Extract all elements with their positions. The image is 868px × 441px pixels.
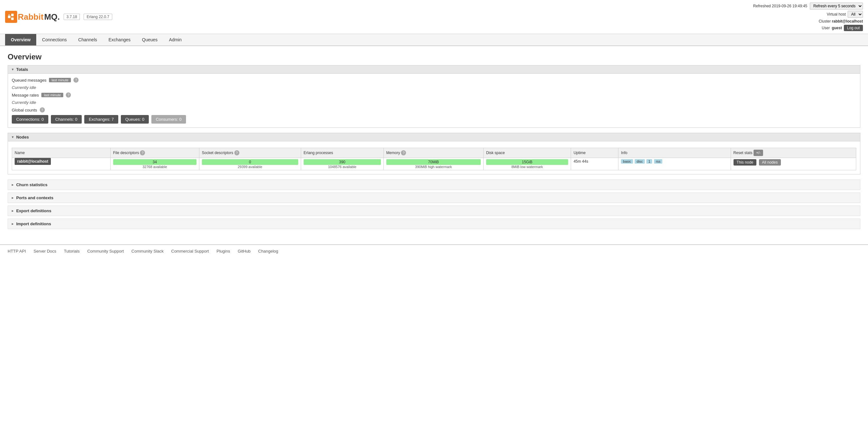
nav-channels[interactable]: Channels (72, 34, 103, 45)
nav-admin[interactable]: Admin (163, 34, 188, 45)
refreshed-text: Refreshed 2019-09-26 19:49:45 (753, 4, 807, 8)
logout-button[interactable]: Log out (844, 25, 863, 31)
svg-rect-1 (11, 14, 14, 16)
col-info: Info (618, 148, 731, 158)
cluster-label: Cluster (819, 19, 831, 24)
nodes-label: Nodes (16, 135, 29, 139)
refresh-row: Refreshed 2019-09-26 19:49:45 Refresh ev… (753, 3, 863, 9)
ports-contexts-header[interactable]: ► Ports and contexts (8, 193, 860, 203)
col-disk-space: Disk space (483, 148, 571, 158)
table-row: rabbit@localhost 34 32768 available 0 29… (12, 158, 856, 170)
footer-github[interactable]: GitHub (238, 249, 251, 253)
message-rates-help-icon[interactable]: ? (66, 93, 71, 98)
footer-commercial-support[interactable]: Commercial Support (172, 249, 209, 253)
logo-icon (5, 11, 17, 23)
consumers-count-btn[interactable]: Consumers: 0 (151, 115, 186, 124)
export-definitions-label: Export definitions (16, 208, 52, 213)
export-definitions-arrow: ► (11, 209, 14, 212)
queued-idle: Currently idle (12, 85, 856, 90)
erlang-proc-cell: 390 1048576 available (301, 158, 383, 170)
tag-basic[interactable]: basic (621, 159, 633, 164)
tag-disc[interactable]: disc (634, 159, 645, 164)
ports-contexts-arrow: ► (11, 196, 14, 200)
import-definitions-section: ► Import definitions (8, 218, 860, 229)
footer-community-slack[interactable]: Community Slack (131, 249, 163, 253)
footer-http-api[interactable]: HTTP API (8, 249, 26, 253)
reset-stats-cell: This node All nodes (731, 158, 856, 170)
erlang-proc-avail: 1048576 available (304, 165, 381, 169)
logo-area: RabbitMQ. 3.7.18 Erlang 22.0.7 (5, 11, 753, 23)
connections-count-btn[interactable]: Connections: 0 (12, 115, 48, 124)
footer-server-docs[interactable]: Server Docs (34, 249, 57, 253)
nav-connections[interactable]: Connections (36, 34, 72, 45)
logo: RabbitMQ. (5, 11, 60, 23)
nodes-table-header-row: Name File descriptors ? Socket descripto… (12, 148, 856, 158)
footer-tutorials[interactable]: Tutorials (64, 249, 80, 253)
exchanges-count-btn[interactable]: Exchanges: 7 (84, 115, 118, 124)
queued-help-icon[interactable]: ? (73, 77, 79, 82)
nav-queues[interactable]: Queues (136, 34, 163, 45)
socket-desc-avail: 29399 available (202, 165, 298, 169)
tag-num[interactable]: 1 (646, 159, 652, 164)
nodes-table: Name File descriptors ? Socket descripto… (12, 148, 856, 170)
nodes-section: ▼ Nodes Name File descriptors ? Socket d… (8, 133, 860, 174)
version-badge: 3.7.18 (64, 14, 80, 20)
import-definitions-arrow: ► (11, 222, 14, 226)
nodes-header[interactable]: ▼ Nodes (8, 133, 860, 141)
global-counts-help-icon[interactable]: ? (40, 107, 45, 112)
main-nav: Overview Connections Channels Exchanges … (0, 34, 868, 46)
memory-help-icon[interactable]: ? (401, 150, 406, 156)
cluster-row: Cluster rabbit@localhost (819, 19, 863, 24)
churn-statistics-label: Churn statistics (16, 182, 48, 187)
churn-statistics-header[interactable]: ► Churn statistics (8, 179, 860, 190)
node-name-cell: rabbit@localhost (12, 158, 111, 170)
tag-rss[interactable]: rss (654, 159, 662, 164)
info-cell: basic disc 1 rss (618, 158, 731, 170)
col-reset-stats: Reset stats +/- (731, 148, 856, 158)
export-definitions-header[interactable]: ► Export definitions (8, 206, 860, 216)
message-rates-idle: Currently idle (12, 100, 856, 105)
queues-count-btn[interactable]: Queues: 0 (121, 115, 149, 124)
erlang-proc-value: 390 (304, 159, 381, 165)
col-name: Name (12, 148, 111, 158)
socket-desc-cell: 0 29399 available (199, 158, 301, 170)
col-erlang-proc: Erlang processes (301, 148, 383, 158)
footer-plugins[interactable]: Plugins (217, 249, 230, 253)
plus-minus-button[interactable]: +/- (753, 150, 763, 156)
vhost-select[interactable]: All (848, 11, 863, 18)
global-counts-row: Global counts ? (12, 107, 856, 112)
footer-changelog[interactable]: Changelog (258, 249, 278, 253)
reset-all-nodes-button[interactable]: All nodes (759, 159, 781, 166)
cluster-value: rabbit@localhost (832, 19, 863, 24)
import-definitions-header[interactable]: ► Import definitions (8, 218, 860, 229)
socket-desc-help-icon[interactable]: ? (234, 150, 240, 156)
disk-space-cell: 15GiB 8MiB low watermark (483, 158, 571, 170)
global-counts-label: Global counts (12, 108, 37, 112)
message-rates-badge: last minute (41, 93, 63, 97)
footer-community-support[interactable]: Community Support (87, 249, 124, 253)
churn-statistics-arrow: ► (11, 183, 14, 186)
header: RabbitMQ. 3.7.18 Erlang 22.0.7 Refreshed… (0, 0, 868, 34)
nav-exchanges[interactable]: Exchanges (103, 34, 136, 45)
nodes-toggle-icon: ▼ (11, 135, 14, 139)
refresh-select[interactable]: Refresh every 5 seconds (810, 3, 863, 9)
nav-overview[interactable]: Overview (5, 34, 36, 45)
memory-value: 70MiB (386, 159, 481, 165)
erlang-badge: Erlang 22.0.7 (84, 14, 112, 20)
reset-this-node-button[interactable]: This node (734, 159, 757, 166)
file-desc-help-icon[interactable]: ? (140, 150, 145, 156)
queued-messages-row: Queued messages last minute ? (12, 77, 856, 82)
churn-statistics-section: ► Churn statistics (8, 179, 860, 190)
totals-header[interactable]: ▼ Totals (8, 65, 860, 74)
totals-section: ▼ Totals Queued messages last minute ? C… (8, 65, 860, 128)
disk-space-watermark: 8MiB low watermark (486, 165, 568, 169)
col-file-desc: File descriptors ? (110, 148, 199, 158)
memory-cell: 70MiB 390MiB high watermark (383, 158, 483, 170)
queued-messages-label: Queued messages (12, 78, 46, 82)
queued-badge: last minute (49, 78, 71, 82)
col-memory: Memory ? (383, 148, 483, 158)
logo-mq: MQ. (44, 12, 60, 22)
header-right: Refreshed 2019-09-26 19:49:45 Refresh ev… (753, 3, 863, 31)
channels-count-btn[interactable]: Channels: 0 (51, 115, 82, 124)
file-desc-value: 34 (113, 159, 196, 165)
